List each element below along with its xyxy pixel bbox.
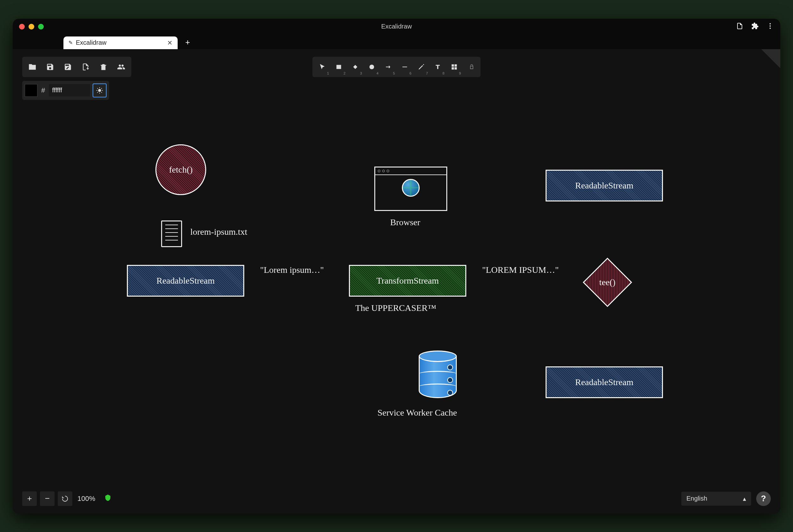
node-readable-1[interactable]: ReadableStream: [127, 265, 244, 297]
close-window-button[interactable]: [19, 24, 25, 30]
more-icon[interactable]: [766, 22, 774, 31]
svg-point-0: [770, 23, 771, 24]
tab-label: Excalidraw: [76, 39, 107, 46]
canvas[interactable]: fetch() lorem-ipsum.txt ReadableStream "…: [13, 49, 780, 514]
app-window: Excalidraw ✎ Excalidraw ✕ +: [13, 19, 780, 514]
close-tab-icon[interactable]: ✕: [167, 39, 173, 46]
label-filename: lorem-ipsum.txt: [190, 227, 247, 237]
window-controls: [19, 24, 44, 30]
tab-strip: ✎ Excalidraw ✕ +: [13, 35, 780, 49]
file-icon[interactable]: [736, 22, 743, 31]
maximize-window-button[interactable]: [38, 24, 44, 30]
node-transform[interactable]: TransformStream: [349, 265, 466, 297]
titlebar: Excalidraw: [13, 19, 780, 35]
browser-illustration: [374, 167, 447, 211]
extensions-icon[interactable]: [751, 22, 759, 31]
node-fetch[interactable]: fetch(): [155, 144, 206, 195]
label-browser: Browser: [390, 217, 420, 227]
node-tee[interactable]: tee(): [583, 258, 632, 307]
svg-point-2: [770, 27, 771, 29]
new-tab-button[interactable]: +: [181, 37, 194, 49]
titlebar-actions: [736, 22, 774, 31]
svg-point-1: [770, 25, 771, 27]
tab-favicon: ✎: [69, 40, 73, 46]
window-title: Excalidraw: [381, 23, 412, 30]
node-readable-3[interactable]: ReadableStream: [546, 366, 663, 398]
document-icon: [161, 221, 182, 247]
diagram-arrows: [13, 49, 108, 97]
node-readable-2[interactable]: ReadableStream: [546, 170, 663, 202]
minimize-window-button[interactable]: [28, 24, 34, 30]
label-lorem: "Lorem ipsum…": [260, 265, 324, 275]
browser-tab[interactable]: ✎ Excalidraw ✕: [63, 37, 178, 49]
label-uppercaser: The UPPERCASER™: [355, 303, 436, 313]
label-lorem-upper: "LOREM IPSUM…": [482, 265, 559, 275]
label-swcache: Service Worker Cache: [378, 407, 457, 418]
db-cylinder-icon: [419, 350, 457, 398]
excalidraw-app: # 1 2 3 4 5 6 7 8 9 + − 100%: [13, 49, 780, 514]
